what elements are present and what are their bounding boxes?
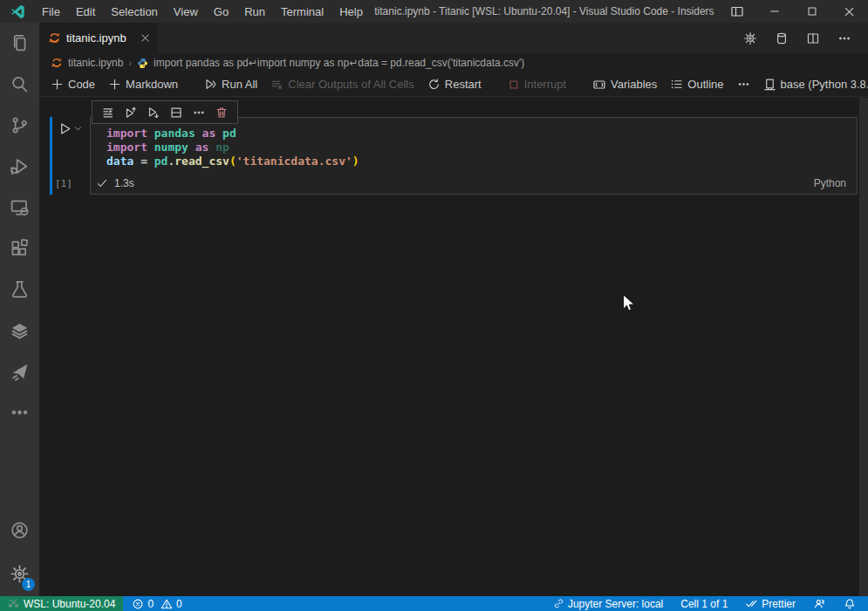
add-markdown-label: Markdown [126,78,178,91]
more-actions-icon[interactable] [833,27,856,50]
menu-edit[interactable]: Edit [68,5,103,18]
explorer-icon[interactable] [0,23,39,64]
layers-icon[interactable] [0,310,39,351]
account-icon[interactable] [0,510,39,551]
clear-outputs-button: Clear Outputs of All Cells [270,78,414,91]
tab-titanic-ipynb[interactable]: titanic.ipynb [39,23,158,53]
cell-editor[interactable]: import pandas as pdimport numpy as npdat… [90,117,858,195]
kernel-label: base (Python 3.8.8) [781,78,868,91]
remote-explorer-icon[interactable] [0,187,39,228]
jupyter-icon [48,31,61,45]
breadcrumb-file[interactable]: titanic.ipynb [68,57,123,69]
settings-gear-icon[interactable]: 1 [0,551,39,596]
search-icon[interactable] [0,64,39,105]
cell-position-indicator[interactable]: Cell 1 of 1 [675,598,733,610]
variables-icon [592,78,606,92]
gear-icon[interactable] [739,27,762,50]
add-code-cell-button[interactable]: Code [51,78,95,91]
cell-position-label: Cell 1 of 1 [680,598,728,610]
more-actions-icon[interactable] [188,101,210,123]
editor-actions [739,23,868,53]
status-bar: WSL: Ubuntu-20.04 0 0 Jupyter Server: lo… [0,596,868,611]
source-control-icon[interactable] [0,105,39,146]
list-icon [670,78,683,91]
run-below-icon[interactable] [142,101,165,123]
maximize-button[interactable] [793,0,830,23]
breadcrumb: titanic.ipynb › import pandas as pd↵impo… [39,53,868,72]
formatter-label: Prettier [762,598,796,610]
activity-bar: 1 [0,23,39,596]
double-check-icon [745,597,758,610]
minimize-button[interactable] [755,0,793,23]
notifications-bell-icon[interactable] [838,598,861,610]
problems-indicator[interactable]: 0 0 [123,598,187,610]
jupyter-server-label: Jupyter Server: local [568,598,663,610]
clear-all-icon [270,78,284,91]
jupyter-icon [51,57,63,69]
jupyter-server-indicator[interactable]: Jupyter Server: local [548,598,668,610]
run-cell-button[interactable] [58,121,83,136]
toolbar-more-button[interactable] [737,78,750,91]
database-icon[interactable] [770,27,793,50]
menu-help[interactable]: Help [331,5,371,18]
notebook-scrollbar[interactable] [859,98,868,596]
restart-button[interactable]: Restart [427,78,482,91]
close-window-button[interactable] [830,0,868,23]
feedback-icon[interactable] [808,597,831,610]
vscode-logo-icon [10,4,25,19]
remote-icon [8,598,19,609]
error-count: 0 [147,598,154,610]
more-actions-icon [737,78,750,91]
cell-language-picker[interactable]: Python [814,177,846,189]
run-all-label: Run All [222,78,257,91]
status-bar-right: Jupyter Server: local Cell 1 of 1 Pretti… [548,597,868,610]
run-above-icon[interactable] [120,101,142,123]
variables-label: Variables [611,78,657,91]
menu-view[interactable]: View [166,5,206,18]
breadcrumb-code-path[interactable]: import pandas as pd↵import numpy as np↵d… [154,57,524,69]
chevron-down-icon[interactable] [73,124,83,134]
variables-button[interactable]: Variables [592,78,657,92]
restart-icon [427,78,441,91]
tab-bar: titanic.ipynb [39,23,868,53]
remote-indicator[interactable]: WSL: Ubuntu-20.04 [0,596,123,611]
extensions-icon[interactable] [0,228,39,269]
plus-icon [108,78,121,91]
outline-label: Outline [687,78,723,91]
run-all-button[interactable]: Run All [204,78,257,91]
split-cell-icon[interactable] [165,101,188,123]
restart-label: Restart [445,78,482,91]
settings-badge: 1 [22,578,35,591]
plane-icon[interactable] [0,351,39,392]
split-editor-icon[interactable] [802,27,824,50]
add-markdown-cell-button[interactable]: Markdown [108,78,178,91]
run-debug-icon[interactable] [0,146,39,187]
more-views-icon[interactable] [0,392,39,433]
interrupt-button: Interrupt [508,78,566,91]
window-title: titanic.ipynb - Titanic [WSL: Ubuntu-20.… [371,5,718,17]
run-all-icon [204,78,217,91]
execution-count: [1] [55,178,72,189]
testing-beaker-icon[interactable] [0,269,39,310]
menu-selection[interactable]: Selection [103,5,165,18]
delete-cell-icon[interactable] [210,101,233,123]
clear-outputs-label: Clear Outputs of All Cells [288,78,414,91]
outline-button[interactable]: Outline [670,78,723,91]
cell-toolbar [92,100,238,124]
menu-file[interactable]: File [34,5,68,18]
close-tab-icon[interactable] [140,32,151,44]
menu-terminal[interactable]: Terminal [273,5,331,18]
cell-code[interactable]: import pandas as pdimport numpy as npdat… [91,118,857,168]
warning-count: 0 [176,598,182,610]
layout-toggle-button[interactable] [718,0,755,23]
menu-run[interactable]: Run [236,5,273,18]
execution-duration: 1.3s [114,177,134,189]
add-code-label: Code [68,78,95,91]
stop-square-icon [508,79,520,91]
notebook-toolbar: Code Markdown Run All Clear Outputs of A… [39,72,868,97]
formatter-indicator[interactable]: Prettier [740,597,801,610]
menu-go[interactable]: Go [206,5,236,18]
run-by-line-icon[interactable] [97,101,120,123]
tab-label: titanic.ipynb [66,31,126,45]
kernel-picker[interactable]: base (Python 3.8.8) [763,78,868,91]
